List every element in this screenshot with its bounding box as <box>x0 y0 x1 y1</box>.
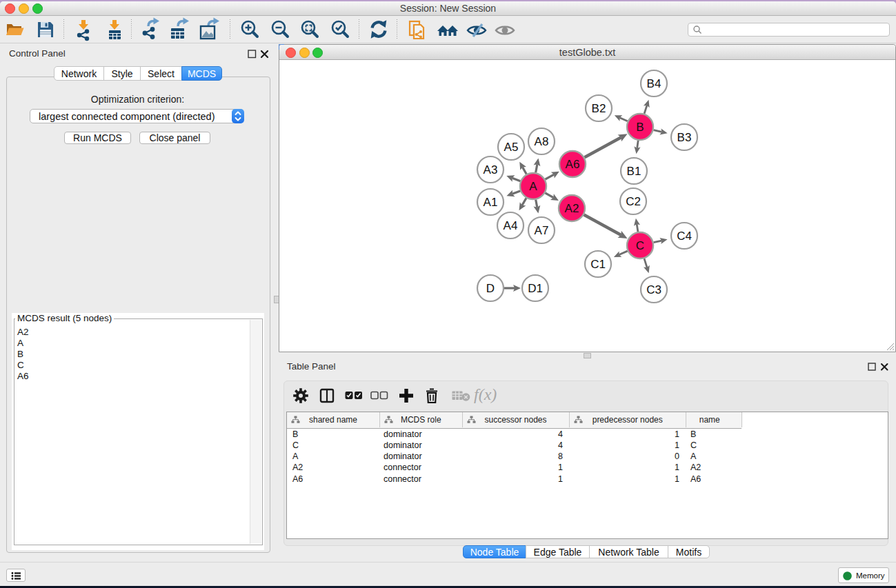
svg-text:A6: A6 <box>566 158 580 171</box>
svg-text:C3: C3 <box>646 283 661 296</box>
svg-text:A4: A4 <box>504 219 518 232</box>
svg-text:A8: A8 <box>535 135 549 148</box>
svg-text:C2: C2 <box>626 195 641 208</box>
svg-text:B3: B3 <box>677 131 692 144</box>
svg-text:A1: A1 <box>484 196 498 209</box>
svg-text:B: B <box>636 121 644 134</box>
svg-text:C4: C4 <box>677 230 692 243</box>
svg-text:C1: C1 <box>590 258 606 271</box>
svg-text:A7: A7 <box>535 224 549 237</box>
svg-text:B4: B4 <box>647 77 661 90</box>
svg-text:B1: B1 <box>627 165 641 178</box>
svg-text:A2: A2 <box>565 202 579 215</box>
svg-text:A5: A5 <box>504 141 519 154</box>
svg-text:C: C <box>636 239 644 252</box>
svg-text:A3: A3 <box>484 163 498 176</box>
svg-text:A: A <box>529 180 537 193</box>
svg-text:D: D <box>486 282 495 295</box>
svg-text:D1: D1 <box>528 282 543 295</box>
svg-text:B2: B2 <box>592 102 606 115</box>
